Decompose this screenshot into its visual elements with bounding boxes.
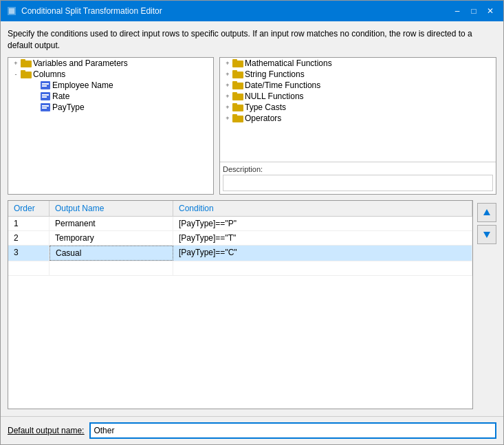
grid-row-1[interactable]: 1 Permanent [PayType]=="P" (8, 217, 472, 231)
tree-toggle-math[interactable]: + (223, 58, 232, 68)
tree-item-string[interactable]: + String Functions (220, 69, 496, 80)
svg-marker-28 (483, 232, 490, 238)
tree-label-null: NULL Functions (245, 91, 304, 101)
tree-toggle-columns[interactable]: - (11, 69, 21, 79)
grid-buttons (477, 200, 496, 409)
maximize-button[interactable]: □ (466, 4, 481, 18)
tree-toggle-variables[interactable]: + (11, 58, 21, 68)
grid-header: Order Output Name Condition (8, 201, 472, 217)
tree-label-employee-name: Employee Name (52, 80, 113, 90)
move-down-button[interactable] (477, 225, 496, 244)
tree-toggle-operators[interactable]: + (223, 113, 232, 123)
tree-spacer-1 (30, 80, 40, 90)
svg-rect-7 (42, 83, 49, 85)
tree-item-employee-name[interactable]: Employee Name (8, 80, 213, 91)
svg-rect-5 (21, 70, 25, 73)
tree-item-datetime[interactable]: + Date/Time Functions (220, 80, 496, 91)
tree-item-columns[interactable]: - Columns (8, 69, 213, 80)
window-content: Specify the conditions used to direct in… (1, 21, 503, 416)
grid-cell-cond-1[interactable]: [PayType]=="P" (173, 217, 472, 230)
tree-label-paytype: PayType (52, 102, 85, 112)
grid-col-condition: Condition (173, 201, 472, 216)
svg-marker-27 (483, 209, 490, 215)
move-up-button[interactable] (477, 203, 496, 222)
tree-label-operators: Operators (245, 113, 281, 123)
svg-rect-24 (232, 103, 237, 106)
tree-item-null[interactable]: + NULL Functions (220, 91, 496, 102)
left-panel[interactable]: + Variables and Parameters - Columns (8, 57, 214, 195)
tree-label-math: Mathematical Functions (245, 58, 332, 68)
default-output-label-rest: efault output name: (14, 426, 85, 435)
folder-icon-variables (21, 58, 32, 68)
grid-row-3[interactable]: 3 Casual [PayType]=="C" (8, 246, 472, 261)
panels-row: + Variables and Parameters - Columns (8, 57, 496, 195)
tree-toggle-null[interactable]: + (223, 91, 232, 101)
grid-section: Order Output Name Condition 1 Permanent … (8, 200, 496, 409)
tree-spacer-2 (30, 91, 40, 101)
grid-cell-name-2[interactable]: Temporary (50, 231, 173, 245)
svg-rect-3 (21, 59, 25, 62)
svg-rect-10 (42, 94, 49, 96)
svg-rect-11 (42, 96, 47, 98)
grid-cell-cond-2[interactable]: [PayType]=="T" (173, 231, 472, 245)
grid-new-cond[interactable] (173, 261, 472, 275)
folder-icon-datetime (232, 80, 243, 90)
default-output-label-underline: D (8, 426, 14, 435)
tree-label-datetime: Date/Time Functions (245, 80, 320, 90)
main-window: Conditional Split Transformation Editor … (0, 0, 504, 445)
tree-toggle-datetime[interactable]: + (223, 80, 232, 90)
folder-icon-math (232, 58, 243, 68)
folder-icon-null (232, 91, 243, 101)
default-output-input[interactable] (89, 422, 496, 439)
close-button[interactable]: ✕ (483, 4, 498, 18)
description-label: Description: (223, 165, 493, 173)
svg-rect-22 (232, 92, 237, 95)
grid-cell-order-3: 3 (8, 246, 50, 261)
description-text: Specify the conditions used to direct in… (8, 28, 496, 52)
right-panel-tree[interactable]: + Mathematical Functions + String Functi… (220, 58, 496, 162)
tree-label-columns: Columns (33, 69, 65, 79)
svg-rect-20 (232, 81, 237, 84)
svg-rect-18 (232, 70, 237, 73)
title-bar-left: Conditional Split Transformation Editor (6, 6, 162, 17)
tree-label-string: String Functions (245, 69, 305, 79)
tree-item-typecasts[interactable]: + Type Casts (220, 102, 496, 113)
grid-cell-name-1[interactable]: Permanent (50, 217, 173, 230)
grid-new-order (8, 261, 50, 275)
grid-new-name[interactable] (50, 261, 173, 275)
tree-item-operators[interactable]: + Operators (220, 113, 496, 124)
grid-col-name: Output Name (50, 201, 173, 216)
right-panel-description: Description: (220, 162, 496, 194)
svg-rect-8 (42, 85, 47, 87)
minimize-button[interactable]: – (450, 4, 465, 18)
description-input[interactable] (223, 175, 493, 191)
grid-cell-name-3[interactable]: Casual (50, 246, 173, 261)
tree-toggle-string[interactable]: + (223, 69, 232, 79)
window-title: Conditional Split Transformation Editor (21, 6, 162, 16)
title-buttons: – □ ✕ (450, 4, 498, 18)
grid-row-2[interactable]: 2 Temporary [PayType]=="T" (8, 231, 472, 246)
grid-cell-order-1: 1 (8, 217, 50, 230)
svg-rect-1 (9, 8, 14, 14)
field-icon-employee (40, 80, 51, 90)
svg-rect-13 (42, 105, 49, 107)
tree-item-math[interactable]: + Mathematical Functions (220, 58, 496, 69)
folder-icon-string (232, 69, 243, 79)
folder-icon-columns (21, 69, 32, 79)
right-panel: + Mathematical Functions + String Functi… (219, 57, 496, 195)
grid-new-row[interactable] (8, 261, 472, 276)
app-icon (6, 6, 17, 17)
grid-col-order: Order (8, 201, 50, 216)
grid-container[interactable]: Order Output Name Condition 1 Permanent … (8, 200, 473, 409)
tree-spacer-3 (30, 102, 40, 112)
field-icon-rate (40, 91, 51, 101)
tree-item-variables[interactable]: + Variables and Parameters (8, 58, 213, 69)
tree-toggle-typecasts[interactable]: + (223, 102, 232, 112)
tree-item-paytype[interactable]: PayType (8, 102, 213, 113)
tree-item-rate[interactable]: Rate (8, 91, 213, 102)
svg-rect-26 (232, 114, 237, 117)
tree-label-variables: Variables and Parameters (33, 58, 128, 68)
title-bar: Conditional Split Transformation Editor … (1, 1, 503, 21)
grid-cell-cond-3[interactable]: [PayType]=="C" (173, 246, 472, 261)
footer: Default output name: (1, 416, 503, 444)
